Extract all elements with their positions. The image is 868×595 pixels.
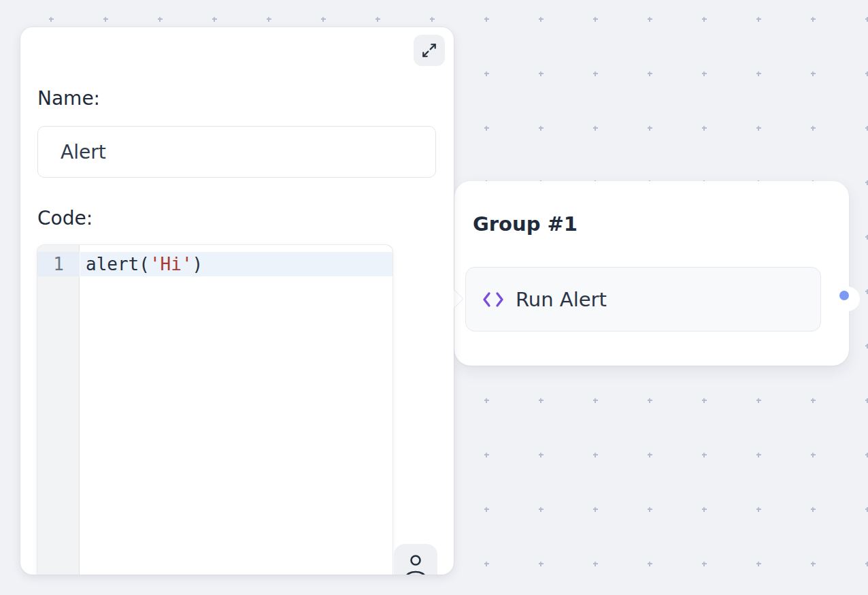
- grid-dot: [539, 126, 544, 131]
- grid-dot: [593, 398, 598, 403]
- grid-dot: [484, 17, 489, 22]
- grid-dot: [811, 453, 816, 457]
- grid-dot: [484, 453, 489, 457]
- grid-dot: [865, 398, 868, 403]
- grid-dot: [702, 71, 707, 76]
- grid-dot: [756, 71, 761, 76]
- run-alert-node[interactable]: Run Alert: [465, 267, 821, 332]
- code-token-string: 'Hi': [150, 254, 193, 274]
- grid-dot: [865, 235, 868, 240]
- grid-dot: [702, 398, 707, 403]
- expand-button[interactable]: [414, 35, 445, 66]
- grid-dot: [756, 17, 761, 22]
- code-icon: [481, 289, 505, 310]
- grid-dot: [811, 17, 816, 22]
- grid-dot: [648, 17, 652, 22]
- grid-dot: [811, 562, 816, 566]
- grid-dot: [267, 17, 271, 22]
- grid-dot: [865, 507, 868, 512]
- grid-dot: [702, 17, 707, 22]
- grid-dot: [484, 398, 489, 403]
- grid-dot: [756, 126, 761, 131]
- grid-dot: [484, 126, 489, 131]
- grid-dot: [865, 344, 868, 349]
- grid-dot: [539, 17, 544, 22]
- expand-icon: [421, 42, 437, 59]
- grid-dot: [865, 562, 868, 566]
- grid-dot: [811, 398, 816, 403]
- grid-dot: [539, 398, 544, 403]
- grid-dot: [756, 398, 761, 403]
- grid-dot: [593, 126, 598, 131]
- grid-dot: [212, 17, 217, 22]
- grid-dot: [158, 17, 163, 22]
- grid-dot: [648, 453, 652, 457]
- grid-dot: [539, 71, 544, 76]
- user-button[interactable]: [394, 544, 437, 575]
- code-token-default: alert(: [86, 254, 150, 274]
- line-number-gutter: 1: [37, 245, 80, 575]
- grid-dot: [648, 507, 652, 512]
- grid-dot: [321, 17, 326, 22]
- node-label: Run Alert: [516, 288, 607, 311]
- grid-dot: [430, 17, 435, 22]
- grid-dot: [593, 453, 598, 457]
- grid-dot: [702, 507, 707, 512]
- grid-dot: [865, 180, 868, 185]
- connection-handle[interactable]: [839, 291, 849, 300]
- grid-dot: [539, 507, 544, 512]
- grid-dot: [593, 562, 598, 566]
- grid-dot: [648, 126, 652, 131]
- grid-dot: [648, 562, 652, 566]
- grid-dot: [865, 71, 868, 76]
- user-icon: [401, 551, 431, 575]
- grid-dot: [484, 71, 489, 76]
- group-title: Group #1: [473, 212, 578, 236]
- grid-dot: [756, 507, 761, 512]
- grid-dot: [49, 17, 54, 22]
- grid-dot: [103, 17, 108, 22]
- group-card[interactable]: Group #1 Run Alert: [454, 181, 849, 366]
- grid-dot: [593, 17, 598, 22]
- grid-dot: [648, 398, 652, 403]
- grid-dot: [865, 289, 868, 294]
- line-number: 1: [37, 252, 80, 276]
- code-label: Code:: [37, 207, 93, 229]
- grid-dot: [756, 453, 761, 457]
- grid-dot: [702, 126, 707, 131]
- grid-dot: [484, 507, 489, 512]
- grid-dot: [375, 17, 380, 22]
- grid-dot: [593, 71, 598, 76]
- grid-dot: [811, 71, 816, 76]
- grid-dot: [593, 507, 598, 512]
- node-config-panel: Name: Code: 1 alert('Hi'): [20, 27, 454, 575]
- grid-dot: [648, 71, 652, 76]
- code-token-default: ): [193, 254, 203, 274]
- grid-dot: [702, 453, 707, 457]
- grid-dot: [811, 507, 816, 512]
- grid-dot: [811, 126, 816, 131]
- grid-dot: [756, 562, 761, 566]
- code-editor[interactable]: 1 alert('Hi'): [37, 245, 393, 575]
- name-label: Name:: [37, 87, 100, 110]
- connection-handle-halo: [835, 287, 860, 311]
- grid-dot: [865, 453, 868, 457]
- grid-dot: [484, 562, 489, 566]
- grid-dot: [702, 562, 707, 566]
- grid-dot: [865, 126, 868, 131]
- grid-dot: [539, 453, 544, 457]
- name-input[interactable]: [37, 126, 436, 178]
- grid-dot: [539, 562, 544, 566]
- grid-dot: [865, 17, 868, 22]
- code-line: alert('Hi'): [86, 252, 203, 276]
